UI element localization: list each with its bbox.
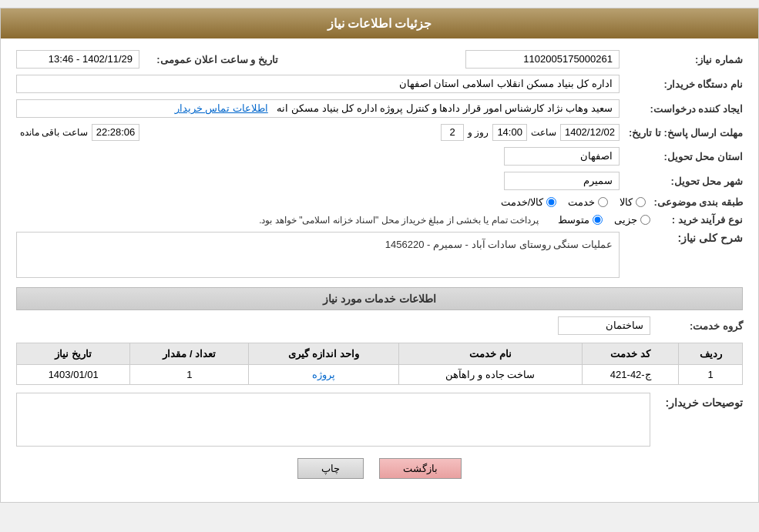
name-row: نام دستگاه خریدار: اداره کل بنیاد مسکن ا…: [16, 75, 743, 93]
sharh-value: عملیات سنگی روستای سادات آباد - سمیرم - …: [385, 239, 613, 250]
group-row: گروه خدمت: ساختمان: [16, 316, 743, 335]
table-row: 1 ج-42-421 ساخت جاده و راهآهن پروژه 1 14…: [17, 365, 743, 385]
ijad-link[interactable]: اطلاعات تماس خریدار: [175, 102, 268, 114]
proc-row: نوع فرآیند خرید : جزیی متوسط پرداخت تمام…: [16, 214, 743, 226]
baghimande-box: 22:28:06: [92, 124, 140, 141]
saat-label: ساعت: [531, 127, 556, 138]
group-value: ساختمان: [606, 320, 643, 331]
rooz-box: 2: [441, 124, 464, 141]
rooz-label: روز و: [468, 127, 489, 138]
mohlat-label: مهلت ارسال پاسخ: تا تاریخ:: [620, 127, 743, 139]
cell-name: ساخت جاده و راهآهن: [398, 365, 582, 385]
ijad-value-box: سعید وهاب نژاد کارشناس امور قرار دادها و…: [16, 99, 620, 118]
baghimande-value: 22:28:06: [96, 126, 136, 138]
tarikh-value: 1402/11/29 - 13:46: [49, 53, 133, 65]
shamare-value: 1102005175000261: [523, 53, 613, 65]
mohlat-date: 1402/12/02: [565, 126, 615, 138]
ostan-value: اصفهان: [580, 150, 613, 162]
col-vahed: واحد اندازه گیری: [249, 343, 398, 365]
radio-kala-khadamat[interactable]: کالا/خدمت: [501, 196, 557, 208]
mohlat-date-box: 1402/12/02: [560, 124, 620, 141]
tabaqe-label: طبقه بندی موضوعی:: [646, 196, 743, 208]
ostan-value-box: اصفهان: [504, 147, 620, 166]
col-radif: ردیف: [679, 343, 743, 365]
proc-radio-group: جزیی متوسط پرداخت تمام یا بخشی از مبلغ خ…: [259, 214, 650, 226]
buttons-row: بازگشت چاپ: [16, 458, 743, 490]
baghimande-label: ساعت باقی مانده: [20, 127, 88, 138]
ostan-label: استان محل تحویل:: [620, 151, 743, 162]
rooz-value: 2: [449, 126, 455, 138]
sharh-row: شرح کلی نیاز: عملیات سنگی روستای سادات آ…: [16, 232, 743, 278]
print-button[interactable]: چاپ: [297, 458, 364, 479]
services-header-text: اطلاعات خدمات مورد نیاز: [323, 293, 437, 305]
cell-kod: ج-42-421: [583, 365, 679, 385]
cell-tarikh: 1403/01/01: [17, 365, 130, 385]
saat-value: 14:00: [497, 126, 522, 138]
shamare-value-box: 1102005175000261: [465, 50, 620, 69]
shahr-label: شهر محل تحویل:: [620, 176, 743, 187]
radio-kala[interactable]: کالا: [620, 196, 646, 208]
mohlat-row: مهلت ارسال پاسخ: تا تاریخ: 1402/12/02 سا…: [16, 124, 743, 141]
cell-vahed: پروژه: [249, 365, 398, 385]
shahr-row: شهر محل تحویل: سمیرم: [16, 172, 743, 190]
shamare-label: شماره نیاز:: [620, 54, 743, 65]
ostan-row: استان محل تحویل: اصفهان: [16, 147, 743, 166]
shahr-value-box: سمیرم: [504, 172, 620, 190]
services-header: اطلاعات خدمات مورد نیاز: [16, 287, 743, 310]
radio-motavaset[interactable]: متوسط: [558, 214, 603, 226]
back-button[interactable]: بازگشت: [379, 458, 462, 479]
ijad-row: ایجاد کننده درخواست: سعید وهاب نژاد کارش…: [16, 99, 743, 118]
buyer-desc-row: توصیحات خریدار:: [16, 393, 743, 447]
shamare-row: شماره نیاز: 1102005175000261 تاریخ و ساع…: [16, 50, 743, 69]
cell-radif: 1: [679, 365, 743, 385]
col-kod: کد خدمت: [583, 343, 679, 365]
table-header-row: ردیف کد خدمت نام خدمت واحد اندازه گیری ت…: [17, 343, 743, 365]
ijad-value: سعید وهاب نژاد کارشناس امور قرار دادها و…: [277, 102, 613, 114]
name-label: نام دستگاه خریدار:: [620, 79, 743, 90]
col-tarikh: تاریخ نیاز: [17, 343, 130, 365]
name-value-box: اداره کل بنیاد مسکن انقلاب اسلامی استان …: [16, 75, 620, 93]
radio-jozii[interactable]: جزیی: [614, 214, 650, 226]
tabaqe-row: طبقه بندی موضوعی: کالا خدمت کالا/خدمت: [16, 196, 743, 208]
col-tedad: تعداد / مقدار: [130, 343, 249, 365]
col-name: نام خدمت: [398, 343, 582, 365]
tabaqe-radio-group: کالا خدمت کالا/خدمت: [501, 196, 646, 208]
cell-tedad: 1: [130, 365, 249, 385]
name-value: اداره کل بنیاد مسکن انقلاب اسلامی استان …: [399, 78, 613, 89]
proc-label: نوع فرآیند خرید :: [650, 214, 743, 226]
page-wrapper: جزئیات اطلاعات نیاز شماره نیاز: 11020051…: [0, 8, 759, 503]
buyer-desc-label: توصیحات خریدار:: [650, 393, 743, 409]
shahr-value: سمیرم: [583, 175, 613, 186]
radio-khadamat[interactable]: خدمت: [568, 196, 608, 208]
buyer-desc-box: [16, 393, 650, 447]
saat-box: 14:00: [492, 124, 527, 141]
sharh-label: شرح کلی نیاز:: [620, 232, 743, 244]
sharh-value-box: عملیات سنگی روستای سادات آباد - سمیرم - …: [16, 232, 620, 278]
services-table: ردیف کد خدمت نام خدمت واحد اندازه گیری ت…: [16, 343, 743, 385]
content-area: شماره نیاز: 1102005175000261 تاریخ و ساع…: [1, 38, 758, 502]
page-header: جزئیات اطلاعات نیاز: [1, 8, 758, 38]
page-title: جزئیات اطلاعات نیاز: [327, 17, 432, 30]
group-value-box: ساختمان: [558, 316, 650, 335]
tarikh-value-box: 1402/11/29 - 13:46: [16, 50, 139, 69]
tarikh-label: تاریخ و ساعت اعلان عمومی:: [139, 54, 278, 65]
group-label: گروه خدمت:: [650, 320, 743, 332]
sharh-container: عملیات سنگی روستای سادات آباد - سمیرم - …: [16, 232, 620, 278]
proc-note: پرداخت تمام یا بخشی از مبلغ خریداز محل "…: [259, 215, 539, 226]
ijad-label: ایجاد کننده درخواست:: [620, 103, 743, 115]
